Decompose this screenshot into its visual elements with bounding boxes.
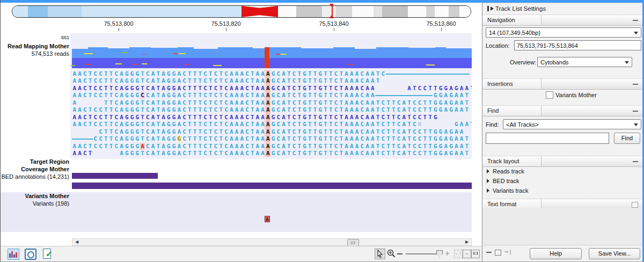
overview-select-value: Cytobands <box>540 59 569 66</box>
read-row[interactable]: CCTTCAGGGTCATAGGGCTTTCTCTCAAACTAAAGCATCT… <box>72 135 472 142</box>
table-view-icon[interactable] <box>25 249 36 260</box>
ideogram-band <box>374 6 382 17</box>
zoom-slider[interactable] <box>406 253 441 255</box>
panel-toggle-icon[interactable] <box>487 6 494 11</box>
ruler-tick-mark <box>226 28 226 31</box>
track-list-view-icon[interactable] <box>8 249 19 260</box>
variants-mother-checkbox[interactable] <box>546 91 553 99</box>
chromosome-ideogram[interactable] <box>12 5 471 18</box>
track-layout-item-variants-track[interactable]: Variants track <box>487 187 528 194</box>
variants-mother-checkbox-label: Variants Mother <box>555 92 597 98</box>
chevron-down-icon <box>634 32 638 34</box>
location-label: Location: <box>486 42 510 49</box>
panel-header-title: Track List Settings <box>495 5 546 12</box>
panel-float-icon[interactable] <box>495 250 501 256</box>
read-mapping-subtitle: 574,513 reads <box>1 50 69 57</box>
zoom-in-tool-icon[interactable] <box>386 249 396 259</box>
help-button[interactable]: Help <box>530 248 582 259</box>
find-button[interactable]: Find <box>614 133 640 144</box>
read-row[interactable]: ATTCAGGGTCATAGGACTTTCTCTCAAACTAAAGCATCTG… <box>72 99 472 106</box>
read-row[interactable]: AACTCCTTCAGGGACATAGGACTTTCTCTCAAACTAAAGC… <box>72 143 472 150</box>
insertions-group-header[interactable]: Insertions <box>482 78 643 90</box>
report-view-icon[interactable]: ✓ <box>42 249 54 260</box>
expand-arrow-icon[interactable] <box>487 169 489 173</box>
coverage-edge-step <box>108 47 129 48</box>
ruler-tick-mark <box>334 28 334 31</box>
read-sequences[interactable]: AACTCCTTCAGGGTCATAGGACTTTCTCTCAAACTAAAGC… <box>72 70 472 157</box>
coverage-variant-column <box>265 47 269 68</box>
track-layout-item-bed-track[interactable]: BED track <box>487 178 519 184</box>
find-query-input[interactable] <box>486 133 609 144</box>
expand-arrow-icon[interactable] <box>487 188 489 193</box>
location-input[interactable]: 75,513,791-75,513,864 <box>514 40 641 50</box>
coverage-edge-step <box>408 47 435 48</box>
read-row[interactable]: AACTAGGGTCATAGGACTTTCTCTCAAACTAAAGCATCTG… <box>72 150 472 157</box>
read-row[interactable]: AACTCCTTCAGGGTCATAGGACTTTCTCTCAAACTAAAGC… <box>72 70 472 77</box>
find-scope-select[interactable]: <All Tracks> <box>503 119 641 129</box>
variant-marker[interactable]: A <box>265 216 270 222</box>
ruler-tick-label: 75,513,840 <box>319 20 348 27</box>
collapse-icon[interactable] <box>633 111 638 112</box>
ruler-tick-label: 75,513,860 <box>426 20 456 27</box>
read-mapping-title: Read Mapping Mother <box>1 43 69 49</box>
read-row[interactable]: AACTCCTTCAGGGTCATAGGACTTTCTCTCAAACTAAAGC… <box>72 114 472 121</box>
expand-arrow-icon[interactable] <box>487 179 489 183</box>
coverage-dash <box>133 64 138 65</box>
chromosome-select[interactable]: 14 (107,349,540bp) <box>486 27 641 38</box>
overview-select[interactable]: Cytobands <box>537 57 632 67</box>
read-row[interactable]: AACTCCTTCAGGGTCATAGGACTTTCTCTCAAACTAAAGC… <box>72 121 472 128</box>
chromosome-select-value: 14 (107,349,540bp) <box>489 30 540 36</box>
track-layout-group-header[interactable]: Track layout <box>482 156 643 167</box>
variants-track-background <box>1 192 472 232</box>
collapse-icon[interactable] <box>633 161 638 162</box>
chevron-down-icon <box>634 123 638 126</box>
bed-track-subtitle: BED annotations (14,231) <box>1 173 69 180</box>
save-view-button[interactable]: Save View... <box>589 248 640 259</box>
find-group-header[interactable]: Find <box>482 105 643 117</box>
coverage-graph-forward[interactable] <box>72 47 472 58</box>
coverage-dash <box>115 63 122 64</box>
scrollbar-thumb[interactable] <box>347 239 359 246</box>
zoom-to-selection-icon[interactable]: ⌍⌎ <box>454 250 463 258</box>
read-row[interactable]: CTTCAGGGTCATAGGACTTTCTCTCAAACTAAAGCATCTG… <box>72 128 472 135</box>
coverage-dash <box>281 54 287 55</box>
ideogram-band <box>352 6 374 17</box>
zoom-slider-thumb[interactable] <box>436 250 443 258</box>
ideogram-band <box>48 6 82 17</box>
horizontal-scrollbar[interactable]: ◀ ▶ <box>72 238 472 246</box>
float-window-icon[interactable] <box>632 202 638 208</box>
ideogram-position-marker <box>330 4 334 18</box>
read-row[interactable]: AACTCCTTCAGGGTCATAGGACTTTCTCTCAAACTAAAGC… <box>72 106 472 113</box>
zoom-100-percent-icon[interactable]: 1:1 <box>471 250 480 258</box>
selection-cursor-tool[interactable] <box>375 249 385 259</box>
coverage-graph-reverse[interactable] <box>72 58 472 68</box>
bed-annotation-bar[interactable] <box>72 173 158 179</box>
zoom-in-icon[interactable]: + <box>445 250 452 257</box>
coverage-max-value: 661 <box>1 35 69 40</box>
navigation-group-header[interactable]: Navigation <box>482 14 643 26</box>
panel-minimize-icon[interactable] <box>486 252 492 253</box>
scroll-right-icon[interactable]: ▶ <box>463 239 471 245</box>
fit-width-icon[interactable]: ↔ <box>463 250 471 258</box>
coverage-dash <box>84 53 93 54</box>
read-gap-line <box>72 139 93 140</box>
read-row[interactable]: AACTCCTTCAGGGTCATAGGACTTTCTCTCAAACTAAAGC… <box>72 85 472 92</box>
zoom-out-icon[interactable] <box>397 253 402 254</box>
coverage-dash <box>142 54 147 55</box>
ideogram-band <box>459 6 471 17</box>
track-layout-item-label: Reads track <box>493 168 524 174</box>
coverage-edge-step <box>446 47 472 48</box>
read-row[interactable]: AACTCCTTCAGGGTCATAGGACTTTCTCTCAAACTAAAGC… <box>72 77 472 84</box>
bed-annotation-bar[interactable] <box>72 183 472 189</box>
scroll-left-icon[interactable]: ◀ <box>73 239 80 245</box>
collapse-icon[interactable] <box>633 20 638 21</box>
panel-dock-icon[interactable]: ⇥ <box>504 250 511 254</box>
collapse-icon[interactable] <box>633 84 638 85</box>
ruler-tick-mark <box>441 28 442 31</box>
coverage-dash <box>142 63 147 64</box>
track-layout-item-reads-track[interactable]: Reads track <box>487 168 524 174</box>
ideogram-band <box>12 6 28 17</box>
find-scope-label: Find: <box>486 121 499 128</box>
find-group-label: Find <box>482 106 541 115</box>
read-row[interactable]: AACTCCTTCAGGGCCATAGGACTTTCTCTCAAACTAAAGC… <box>72 92 472 99</box>
